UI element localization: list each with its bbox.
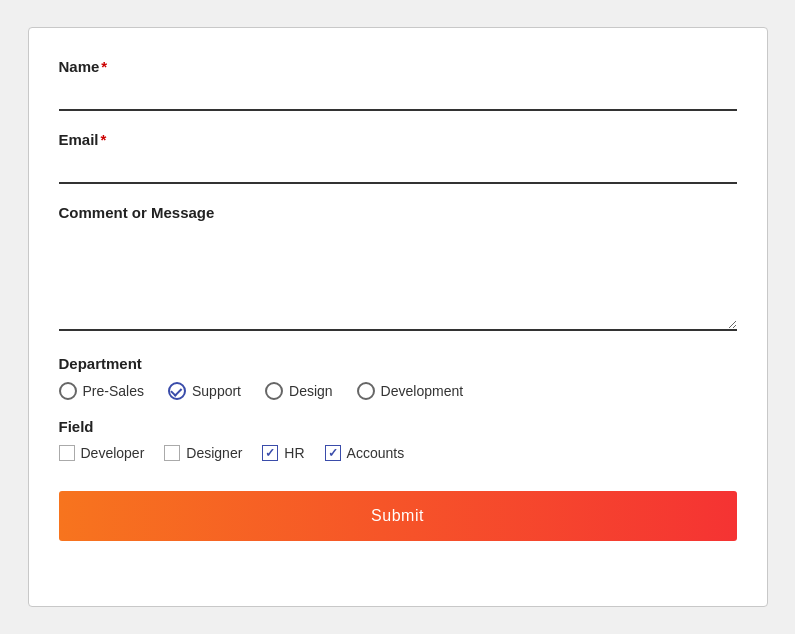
checkbox-hr[interactable]: HR bbox=[262, 445, 304, 461]
comment-input[interactable] bbox=[59, 231, 737, 331]
email-input[interactable] bbox=[59, 158, 737, 184]
radio-development[interactable]: Development bbox=[357, 382, 464, 400]
radio-support[interactable]: Support bbox=[168, 382, 241, 400]
name-input[interactable] bbox=[59, 85, 737, 111]
email-label-text: Email bbox=[59, 131, 99, 148]
field-section: Field Developer Designer HR Accounts bbox=[59, 418, 737, 461]
email-field-group: Email* bbox=[59, 131, 737, 184]
name-required-star: * bbox=[101, 58, 107, 75]
name-label-text: Name bbox=[59, 58, 100, 75]
radio-design-label: Design bbox=[289, 383, 333, 399]
checkbox-hr-label: HR bbox=[284, 445, 304, 461]
checkbox-accounts-label: Accounts bbox=[347, 445, 405, 461]
checkbox-developer-box bbox=[59, 445, 75, 461]
department-label: Department bbox=[59, 355, 737, 372]
comment-field-group: Comment or Message bbox=[59, 204, 737, 335]
checkbox-designer-box bbox=[164, 445, 180, 461]
radio-pre-sales[interactable]: Pre-Sales bbox=[59, 382, 144, 400]
radio-development-label: Development bbox=[381, 383, 464, 399]
radio-pre-sales-circle bbox=[59, 382, 77, 400]
radio-development-circle bbox=[357, 382, 375, 400]
email-label: Email* bbox=[59, 131, 737, 148]
radio-support-label: Support bbox=[192, 383, 241, 399]
email-required-star: * bbox=[101, 131, 107, 148]
form-container: Name* Email* Comment or Message Departme… bbox=[28, 27, 768, 607]
checkbox-designer[interactable]: Designer bbox=[164, 445, 242, 461]
comment-label: Comment or Message bbox=[59, 204, 737, 221]
name-label: Name* bbox=[59, 58, 737, 75]
name-field-group: Name* bbox=[59, 58, 737, 111]
department-radio-group: Pre-Sales Support Design Development bbox=[59, 382, 737, 400]
field-label: Field bbox=[59, 418, 737, 435]
checkbox-accounts-box bbox=[325, 445, 341, 461]
checkbox-developer[interactable]: Developer bbox=[59, 445, 145, 461]
submit-button[interactable]: Submit bbox=[59, 491, 737, 541]
checkbox-accounts[interactable]: Accounts bbox=[325, 445, 405, 461]
checkbox-hr-box bbox=[262, 445, 278, 461]
radio-design[interactable]: Design bbox=[265, 382, 333, 400]
radio-support-circle bbox=[168, 382, 186, 400]
checkbox-group: Developer Designer HR Accounts bbox=[59, 445, 737, 461]
department-section: Department Pre-Sales Support Design Deve… bbox=[59, 355, 737, 400]
checkbox-designer-label: Designer bbox=[186, 445, 242, 461]
radio-design-circle bbox=[265, 382, 283, 400]
radio-pre-sales-label: Pre-Sales bbox=[83, 383, 144, 399]
checkbox-developer-label: Developer bbox=[81, 445, 145, 461]
